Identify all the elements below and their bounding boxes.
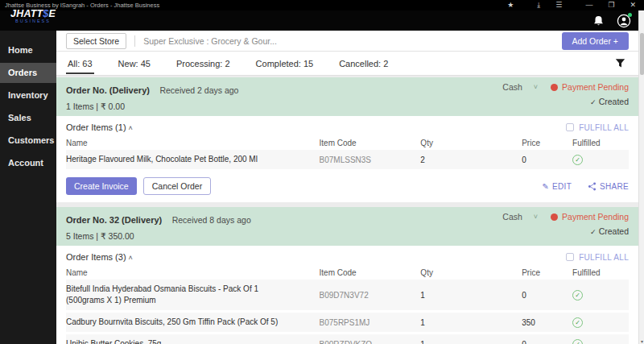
minimize-icon[interactable]: — <box>585 2 592 9</box>
collapse-caret-icon: ˄ <box>129 254 133 262</box>
create-invoice-button[interactable]: Create Invoice <box>66 177 137 195</box>
items-table-header: Name Item Code Qty Price Fulfilled <box>66 265 629 280</box>
item-row: Bitefull India Hyderabad Osmania Biscuit… <box>66 280 629 310</box>
order-card: Order No. (Delivery) Received 2 days ago… <box>56 77 638 202</box>
share-order-button[interactable]: SHARE <box>588 182 629 191</box>
fulfilled-check-icon[interactable]: ✓ <box>572 155 583 165</box>
online-status-dot <box>628 13 632 17</box>
fulfill-all-control[interactable]: FULFILL ALL <box>566 123 629 132</box>
payment-status: Payment Pending <box>551 212 629 222</box>
order-card-header: Order No. 32 (Delivery) Received 8 days … <box>56 207 638 246</box>
download-icon[interactable]: ⤓ <box>537 2 540 9</box>
items-table-header: Name Item Code Qty Price Fulfilled <box>66 135 629 150</box>
fulfilled-check-icon[interactable]: ✓ <box>572 317 583 328</box>
add-order-button[interactable]: Add Order + <box>562 32 630 50</box>
orders-list: Order No. (Delivery) Received 2 days ago… <box>56 76 638 344</box>
order-items-toggle[interactable]: Order Items (1)˄ <box>66 122 133 132</box>
tab-new[interactable]: New: 45 <box>117 53 152 74</box>
payment-status: Payment Pending <box>551 82 629 92</box>
favorite-icon[interactable]: ★ <box>507 2 514 9</box>
fulfill-all-checkbox[interactable] <box>566 253 574 261</box>
window-titlebar: Jhattse Business by ISangrah - Orders - … <box>0 0 644 10</box>
alert-dot-icon <box>551 213 558 221</box>
order-title: Order No. 32 (Delivery) <box>66 215 162 225</box>
collapse-caret-icon: ˄ <box>129 124 133 132</box>
sidebar-item-sales[interactable]: Sales <box>0 108 56 128</box>
current-store-name: Super Exclusive : Grocery & Gour... <box>143 36 553 46</box>
main-content: Select Store Super Exclusive : Grocery &… <box>56 31 638 344</box>
sidebar-item-orders[interactable]: Orders <box>0 63 56 83</box>
tab-cancelled[interactable]: Cancelled: 2 <box>337 53 390 74</box>
check-icon: ✓ <box>590 98 597 106</box>
item-row: Unibic Butter Cookies, 75g B00RZDVKZO 1 … <box>66 334 629 344</box>
order-items-toggle[interactable]: Order Items (3)˄ <box>66 252 133 262</box>
fulfill-all-checkbox[interactable] <box>566 123 574 131</box>
jhattse-logo: JHATT$E BUSINESS <box>10 8 56 23</box>
sidebar-item-account[interactable]: Account <box>0 153 56 173</box>
select-store-button[interactable]: Select Store <box>66 33 126 49</box>
fulfill-all-control[interactable]: FULFILL ALL <box>566 253 629 262</box>
sidebar-item-home[interactable]: Home <box>0 40 56 60</box>
chevron-down-icon: ˅ <box>534 213 538 221</box>
fulfilled-check-icon[interactable]: ✓ <box>572 339 583 344</box>
filter-icon[interactable] <box>615 58 625 68</box>
check-icon: ✓ <box>590 228 597 236</box>
order-card-header: Order No. (Delivery) Received 2 days ago… <box>56 77 638 116</box>
pencil-icon: ✎ <box>542 182 549 191</box>
menu-icon[interactable]: ☰ <box>555 2 562 9</box>
profile-avatar[interactable] <box>617 14 631 28</box>
edit-order-button[interactable]: ✎EDIT <box>542 182 572 191</box>
order-card: Order No. 32 (Delivery) Received 8 days … <box>56 207 638 344</box>
order-status: ✓Created <box>502 97 629 106</box>
alert-dot-icon <box>551 84 558 91</box>
order-status-tabs: All: 63 New: 45 Processing: 2 Completed:… <box>56 52 638 76</box>
payment-method-dropdown[interactable]: Cash ˅ <box>502 212 538 222</box>
share-icon <box>588 182 597 191</box>
vertical-scrollbar[interactable]: ▾ <box>638 10 644 344</box>
item-row: Heritage Flavoured Milk, Chocolate Pet B… <box>66 150 629 169</box>
chevron-down-icon: ˅ <box>534 83 538 91</box>
divider <box>134 35 135 47</box>
maximize-icon[interactable]: ❐ <box>608 2 614 9</box>
close-icon[interactable]: ✕ <box>630 2 636 9</box>
scrollbar-thumb[interactable] <box>640 33 644 75</box>
sidebar-item-customers[interactable]: Customers <box>0 131 56 151</box>
notification-bell-icon[interactable] <box>592 15 605 27</box>
order-summary: 1 Items | ₹ 0.00 <box>66 102 238 111</box>
order-status: ✓Created <box>502 226 629 236</box>
tab-all[interactable]: All: 63 <box>66 53 94 74</box>
tab-completed[interactable]: Completed: 15 <box>254 53 316 74</box>
payment-method-dropdown[interactable]: Cash ˅ <box>502 82 538 92</box>
order-received: Received 8 days ago <box>172 215 251 225</box>
app-header: JHATT$E BUSINESS <box>0 10 644 31</box>
store-bar: Select Store Super Exclusive : Grocery &… <box>56 31 638 52</box>
fulfilled-check-icon[interactable]: ✓ <box>572 290 583 300</box>
order-received: Received 2 days ago <box>159 85 238 95</box>
cancel-order-button[interactable]: Cancel Order <box>143 177 211 195</box>
scrollbar-down-arrow[interactable]: ▾ <box>639 338 644 344</box>
order-summary: 5 Items | ₹ 350.00 <box>66 231 251 241</box>
sidebar-item-inventory[interactable]: Inventory <box>0 85 56 106</box>
order-title: Order No. (Delivery) <box>66 85 150 95</box>
window-title: Jhattse Business by ISangrah - Orders - … <box>5 2 507 9</box>
item-row: Cadbury Bournvita Biscuits, 250 Gm Tiffi… <box>66 313 629 332</box>
sidebar: Home Orders Inventory Sales Customers Ac… <box>0 31 56 344</box>
tab-processing[interactable]: Processing: 2 <box>175 53 232 74</box>
